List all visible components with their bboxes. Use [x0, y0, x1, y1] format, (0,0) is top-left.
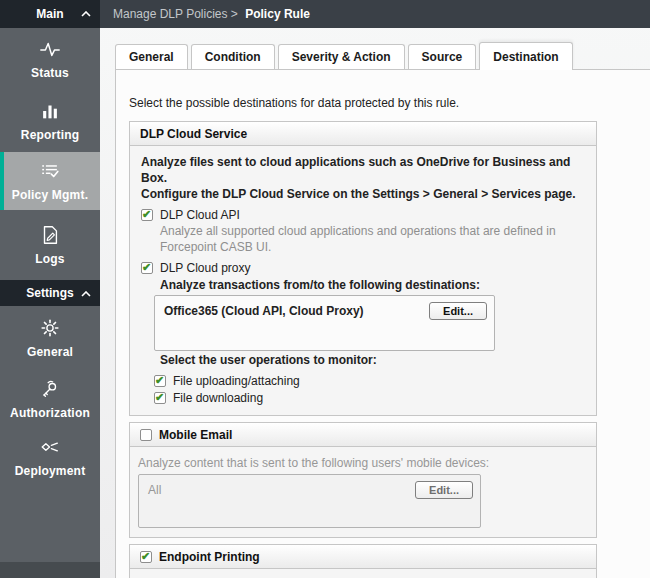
- sidebar-item-policy-mgmt[interactable]: Policy Mgmt.: [0, 152, 100, 210]
- sidebar-item-label: Reporting: [21, 128, 79, 142]
- section-title: Mobile Email: [159, 428, 232, 442]
- section-header-mobile-email: Mobile Email: [130, 423, 596, 447]
- tab-source[interactable]: Source: [408, 44, 477, 69]
- sidebar-item-label: Authorization: [10, 406, 90, 420]
- section-dlp-cloud-service: DLP Cloud Service Analyze files sent to …: [129, 121, 597, 416]
- dlp-cloud-desc-1: Analyze files sent to cloud applications…: [141, 154, 585, 186]
- section-title: DLP Cloud Service: [140, 127, 247, 141]
- dlp-cloud-proxy-label: DLP Cloud proxy: [160, 260, 251, 276]
- sidebar-section-main[interactable]: Main: [0, 0, 100, 28]
- key-icon: [39, 378, 61, 400]
- destinations-value-box: Office365 (Cloud API, Cloud Proxy) Edit.…: [154, 295, 495, 351]
- section-header-dlp-cloud-service: DLP Cloud Service: [130, 122, 596, 146]
- file-uploading-label: File uploading/attaching: [173, 373, 300, 389]
- sidebar-item-label: Deployment: [15, 464, 86, 478]
- file-downloading-label: File downloading: [173, 390, 263, 406]
- sidebar-footer-strip: [0, 562, 100, 578]
- sidebar-item-deployment[interactable]: Deployment: [0, 428, 100, 486]
- breadcrumb: Manage DLP Policies > Policy Rule: [113, 7, 310, 21]
- sidebar-item-authorization[interactable]: Authorization: [0, 370, 100, 428]
- edit-mobile-email-button[interactable]: Edit...: [415, 481, 473, 499]
- sidebar-section-label: Settings: [26, 286, 73, 300]
- tab-bar: General Condition Severity & Action Sour…: [115, 42, 573, 70]
- logs-note-icon: [39, 224, 61, 246]
- mobile-email-value-box: All Edit...: [138, 474, 481, 528]
- bar-chart-icon: [39, 100, 61, 122]
- deployment-icon: [39, 436, 61, 458]
- dlp-cloud-api-note: Analyze all supported cloud applications…: [160, 223, 585, 255]
- edit-destinations-button[interactable]: Edit...: [429, 302, 487, 320]
- mobile-email-value: All: [148, 483, 161, 497]
- tab-destination[interactable]: Destination: [479, 42, 572, 70]
- sidebar-item-label: General: [27, 345, 73, 359]
- sidebar-item-reporting[interactable]: Reporting: [0, 90, 100, 152]
- section-mobile-email: Mobile Email Analyze content that is sen…: [129, 422, 597, 538]
- section-header-endpoint-printing: Endpoint Printing: [130, 545, 596, 569]
- operations-label: Select the user operations to monitor:: [160, 352, 585, 368]
- dlp-cloud-api-checkbox[interactable]: [141, 209, 153, 221]
- chevron-up-icon: [81, 291, 91, 297]
- breadcrumb-current: Policy Rule: [245, 7, 310, 21]
- file-uploading-checkbox[interactable]: [154, 375, 166, 387]
- sidebar-section-settings[interactable]: Settings: [0, 280, 100, 306]
- gear-icon: [39, 317, 61, 339]
- sidebar-item-label: Policy Mgmt.: [12, 188, 88, 202]
- policy-list-icon: [39, 160, 61, 182]
- sidebar: Main Status Reporting Policy Mgmt.: [0, 0, 100, 578]
- chevron-up-icon: [81, 11, 91, 17]
- tab-severity-action[interactable]: Severity & Action: [278, 44, 405, 69]
- destinations-label: Analyze transactions from/to the followi…: [160, 277, 585, 293]
- sidebar-section-label: Main: [36, 7, 63, 21]
- section-endpoint-printing: Endpoint Printing Analyze files that are…: [129, 544, 597, 578]
- file-downloading-checkbox[interactable]: [154, 392, 166, 404]
- breadcrumb-parent[interactable]: Manage DLP Policies >: [113, 7, 238, 21]
- destinations-value: Office365 (Cloud API, Cloud Proxy): [164, 304, 364, 318]
- mobile-email-checkbox[interactable]: [140, 429, 152, 441]
- dlp-cloud-api-label: DLP Cloud API: [160, 207, 240, 223]
- section-title: Endpoint Printing: [159, 550, 260, 564]
- sidebar-item-general[interactable]: General: [0, 306, 100, 370]
- page-instruction: Select the possible destinations for dat…: [129, 96, 650, 110]
- sidebar-item-label: Status: [31, 66, 69, 80]
- mobile-email-desc: Analyze content that is sent to the foll…: [138, 455, 585, 471]
- tab-general[interactable]: General: [115, 44, 188, 69]
- activity-icon: [39, 38, 61, 60]
- endpoint-printing-checkbox[interactable]: [140, 551, 152, 563]
- dlp-cloud-desc-2: Configure the DLP Cloud Service on the S…: [141, 186, 585, 202]
- app-window: Manage DLP Policies > Policy Rule Main S…: [0, 0, 650, 578]
- dlp-cloud-proxy-checkbox[interactable]: [141, 262, 153, 274]
- sidebar-item-logs[interactable]: Logs: [0, 210, 100, 280]
- sidebar-item-status[interactable]: Status: [0, 28, 100, 90]
- tab-condition[interactable]: Condition: [191, 44, 275, 69]
- sidebar-item-label: Logs: [35, 252, 64, 266]
- content-panel: Select the possible destinations for dat…: [115, 69, 650, 578]
